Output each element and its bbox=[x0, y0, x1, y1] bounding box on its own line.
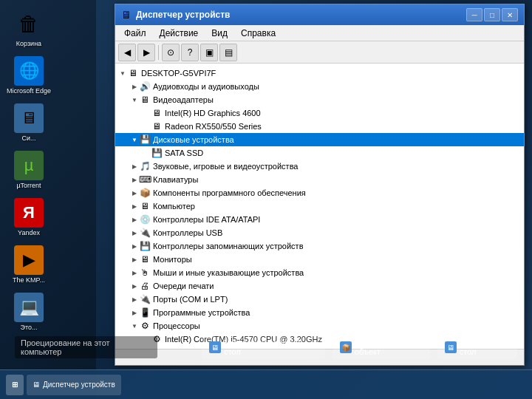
ide-toggle[interactable]: ▶ bbox=[130, 215, 139, 224]
tree-item-ide[interactable]: ▶ 💿 Контроллеры IDE ATA/ATAPI bbox=[115, 213, 524, 226]
ports-icon: 🔌 bbox=[139, 293, 151, 305]
tree-item-usb[interactable]: ▶ 🔌 Контроллеры USB bbox=[115, 226, 524, 239]
minimize-button[interactable]: ─ bbox=[466, 8, 482, 21]
taskbar-dm-label: Диспетчер устройств bbox=[43, 381, 115, 389]
sata-icon: 💾 bbox=[151, 147, 163, 159]
title-bar: 🖥 Диспетчер устройств ─ □ ✕ bbox=[115, 4, 524, 25]
close-button[interactable]: ✕ bbox=[502, 8, 518, 21]
monitors-toggle[interactable]: ▶ bbox=[130, 255, 139, 264]
tree-item-computer[interactable]: ▶ 🖥 Компьютер bbox=[115, 200, 524, 213]
tree-item-audio[interactable]: ▶ 🔊 Аудиовходы и аудиовыходы bbox=[115, 80, 524, 93]
softdev-icon: 📱 bbox=[139, 307, 151, 318]
usb-icon: 🔌 bbox=[139, 227, 151, 239]
sound-toggle[interactable]: ▶ bbox=[130, 162, 139, 171]
yandex-label: Yandex bbox=[18, 229, 40, 236]
print-text: Очереди печати bbox=[153, 282, 214, 290]
disk-text: Дисковые устройства bbox=[153, 135, 234, 144]
tree-item-ports[interactable]: ▶ 🔌 Порты (COM и LPT) bbox=[115, 293, 524, 306]
print-toggle[interactable]: ▶ bbox=[130, 282, 139, 290]
desktop-label: Рабочий стол bbox=[460, 338, 510, 356]
desktop-icon-system[interactable]: 🖥 Си... bbox=[3, 100, 55, 145]
help-button[interactable]: ? bbox=[181, 44, 199, 61]
bottom-taskbar: ⊞ 🖥 Диспетчер устройств bbox=[0, 369, 532, 399]
properties-button[interactable]: ▣ bbox=[200, 44, 218, 61]
tree-item-print[interactable]: ▶ 🖨 Очереди печати bbox=[115, 279, 524, 293]
video-icon: 🖥 bbox=[139, 94, 151, 106]
computer-text: Компьютер bbox=[153, 202, 195, 211]
device-manager-window: 🖥 Диспетчер устройств ─ □ ✕ Файл Действи… bbox=[115, 4, 525, 366]
remote-desktop-label: Удалённый рабочий стол bbox=[224, 338, 318, 356]
device-tree[interactable]: ▼ 🖥 DESKTOP-G5VPI7F ▶ 🔊 Аудиовходы и ауд… bbox=[115, 64, 524, 349]
desktop-icon-edge[interactable]: 🌐 Microsoft Edge bbox=[3, 53, 55, 98]
video-text: Видеоадаптеры bbox=[153, 95, 214, 104]
desktop-btn[interactable]: 🖥 Рабочий стол bbox=[437, 335, 517, 359]
desktop-icon-yandex[interactable]: Я Yandex bbox=[3, 195, 55, 239]
menu-view[interactable]: Вид bbox=[205, 27, 233, 40]
tree-item-disks[interactable]: ▼ 💾 Дисковые устройства bbox=[115, 133, 524, 146]
software-toggle[interactable]: ▶ bbox=[130, 188, 139, 197]
edge-label: Microsoft Edge bbox=[7, 87, 51, 95]
system-icon: 🖥 bbox=[14, 103, 44, 133]
desktop-icon-kmp[interactable]: ▶ The KMP... bbox=[3, 242, 55, 287]
volume-objects-btn[interactable]: 📦 Объёмные объект bbox=[332, 335, 430, 359]
mice-text: Мыши и иные указывающие устройства bbox=[153, 268, 304, 277]
project-label[interactable]: Проецирование на этот компьютер bbox=[15, 336, 157, 358]
remote-desktop-btn[interactable]: 🖥 Удалённый рабочий стол bbox=[202, 335, 325, 359]
kmp-icon: ▶ bbox=[14, 245, 44, 275]
mice-toggle[interactable]: ▶ bbox=[130, 268, 139, 277]
disk-toggle[interactable]: ▼ bbox=[130, 135, 139, 144]
tree-item-video[interactable]: ▼ 🖥 Видеоадаптеры bbox=[115, 93, 524, 106]
radeon-text: Radeon RX550/550 Series bbox=[165, 122, 262, 131]
ports-text: Порты (COM и LPT) bbox=[153, 295, 228, 304]
view-button[interactable]: ▤ bbox=[219, 44, 237, 61]
menu-action[interactable]: Действие bbox=[154, 27, 205, 40]
torrent-icon: µ bbox=[14, 151, 44, 180]
maximize-button[interactable]: □ bbox=[484, 8, 500, 21]
tree-item-storage[interactable]: ▶ 💾 Контроллеры запоминающих устройств bbox=[115, 239, 524, 253]
usb-toggle[interactable]: ▶ bbox=[130, 228, 139, 237]
window-title: Диспетчер устройств bbox=[136, 10, 230, 20]
tree-item-intel-hd[interactable]: 🖥 Intel(R) HD Graphics 4600 bbox=[115, 106, 524, 120]
tree-item-monitors[interactable]: ▶ 🖥 Мониторы bbox=[115, 253, 524, 266]
softdev-text: Программные устройства bbox=[153, 308, 250, 317]
ports-toggle[interactable]: ▶ bbox=[130, 295, 139, 304]
taskbar-device-manager[interactable]: 🖥 Диспетчер устройств bbox=[27, 375, 121, 395]
toolbar: ◀ ▶ ⊙ ? ▣ ▤ bbox=[115, 41, 524, 64]
sata-toggle bbox=[142, 149, 151, 157]
desktop-icon-torrent[interactable]: µ µTorrent bbox=[3, 148, 55, 192]
desktop-icon-recycle[interactable]: 🗑 Корзина bbox=[3, 6, 55, 50]
tree-item-keyboards[interactable]: ▶ ⌨ Клавиатуры bbox=[115, 173, 524, 186]
tree-item-softdev[interactable]: ▶ 📱 Программные устройства bbox=[115, 306, 524, 319]
title-bar-left: 🖥 Диспетчер устройств bbox=[121, 9, 230, 21]
lower-area: Проецирование на этот компьютер 🖥 Удалён… bbox=[0, 325, 532, 369]
video-toggle[interactable]: ▼ bbox=[130, 95, 139, 104]
tree-item-mice[interactable]: ▶ 🖱 Мыши и иные указывающие устройства bbox=[115, 266, 524, 279]
taskbar-start[interactable]: ⊞ bbox=[6, 375, 24, 395]
keyboards-icon: ⌨ bbox=[139, 174, 151, 185]
menu-file[interactable]: Файл bbox=[118, 27, 152, 40]
forward-button[interactable]: ▶ bbox=[137, 44, 155, 61]
computer-icon: 🖥 bbox=[127, 67, 139, 79]
computer-toggle[interactable]: ▶ bbox=[130, 202, 139, 211]
refresh-button[interactable]: ⊙ bbox=[162, 44, 180, 61]
storage-toggle[interactable]: ▶ bbox=[130, 242, 139, 250]
remote-desktop-icon: 🖥 bbox=[209, 341, 221, 353]
torrent-label: µTorrent bbox=[16, 182, 41, 189]
tree-item-sata[interactable]: 💾 SATA SSD bbox=[115, 146, 524, 160]
radeon-toggle bbox=[142, 122, 151, 131]
yandex-icon: Я bbox=[14, 198, 44, 228]
menu-help[interactable]: Справка bbox=[235, 27, 282, 40]
softdev-toggle[interactable]: ▶ bbox=[130, 308, 139, 317]
tree-root[interactable]: ▼ 🖥 DESKTOP-G5VPI7F bbox=[115, 66, 524, 80]
keyboards-toggle[interactable]: ▶ bbox=[130, 175, 139, 184]
recycle-icon: 🗑 bbox=[14, 9, 44, 38]
back-button[interactable]: ◀ bbox=[118, 44, 136, 61]
root-toggle[interactable]: ▼ bbox=[118, 69, 127, 78]
print-icon: 🖨 bbox=[139, 280, 151, 292]
tree-item-sound[interactable]: ▶ 🎵 Звуковые, игровые и видеоустройства bbox=[115, 160, 524, 173]
audio-toggle[interactable]: ▶ bbox=[130, 82, 139, 91]
radeon-icon: 🖥 bbox=[151, 120, 163, 132]
tree-item-software[interactable]: ▶ 📦 Компоненты программного обеспечения bbox=[115, 186, 524, 200]
tree-item-radeon[interactable]: 🖥 Radeon RX550/550 Series bbox=[115, 120, 524, 133]
volume-objects-icon: 📦 bbox=[340, 341, 352, 353]
